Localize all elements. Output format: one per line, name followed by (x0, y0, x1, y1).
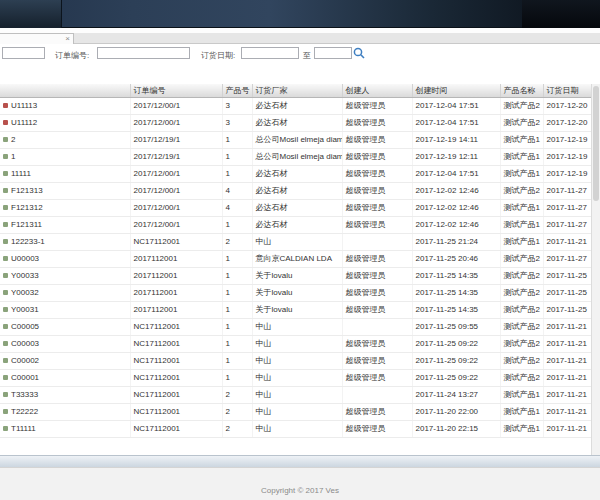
cell-created: 2017-11-25 21:24 (412, 233, 500, 250)
filter-input-first[interactable] (2, 47, 45, 59)
cell-factory: 中山 (252, 233, 342, 250)
cell-order-date: 2017-12-19 (543, 148, 591, 165)
cell-order-date: 2017-11-27 (543, 199, 591, 216)
cell-order-no: 2017112001 (130, 250, 222, 267)
cell-created: 2017-12-04 17:51 (412, 114, 500, 131)
cell-created: 2017-11-25 09:22 (412, 369, 500, 386)
cell-order-no: 2017112001 (130, 267, 222, 284)
col-header-factory[interactable]: 订货厂家 (252, 84, 342, 97)
cell-created: 2017-12-02 12:46 (412, 216, 500, 233)
col-header-product-no[interactable]: 产品号 (222, 84, 252, 97)
cell-order-date: 2017-11-27 (543, 216, 591, 233)
table-row[interactable]: F121311 2017/12/00/1 1 必达石材 超级管理员 2017-1… (0, 216, 591, 233)
cell-order-no: 2017/12/00/1 (130, 165, 222, 182)
cell-created: 2017-12-19 12:11 (412, 148, 500, 165)
row-status-icon (3, 120, 8, 125)
table-row[interactable]: F121312 2017/12/00/1 4 必达石材 超级管理员 2017-1… (0, 199, 591, 216)
cell-product-name: 测试产品2 (500, 267, 543, 284)
cell-creator: 超级管理员 (342, 335, 412, 352)
table-row[interactable]: U00003 2017112001 1 意向京CALDIAN LDA 超级管理员… (0, 250, 591, 267)
table-row[interactable]: 11111 2017/12/00/1 1 必达石材 超级管理员 2017-12-… (0, 165, 591, 182)
horizontal-scrollbar[interactable] (0, 455, 600, 467)
table-row[interactable]: C00002 NC17112001 1 中山 超级管理员 2017-11-25 … (0, 352, 591, 369)
cell-factory: 总公司Mosil elmeja diamonds fact (252, 131, 342, 148)
cell-order-no: 2017112001 (130, 284, 222, 301)
table-row[interactable]: C00005 NC17112001 1 中山 2017-11-25 09:55 … (0, 318, 591, 335)
cell-created: 2017-11-25 14:35 (412, 267, 500, 284)
row-status-icon (3, 324, 8, 329)
cell-created: 2017-12-19 14:11 (412, 131, 500, 148)
table-row[interactable]: Y00031 2017112001 1 关于lovalu 超级管理员 2017-… (0, 301, 591, 318)
row-status-icon (3, 137, 8, 142)
order-no-input[interactable] (97, 47, 190, 59)
date-to-input[interactable] (314, 47, 352, 59)
cell-order-no: NC17112001 (130, 403, 222, 420)
cell-id: 2 (0, 131, 130, 148)
row-status-icon (3, 290, 8, 295)
cell-order-date: 2017-11-27 (543, 250, 591, 267)
cell-creator: 超级管理员 (342, 97, 412, 114)
cell-factory: 中山 (252, 335, 342, 352)
cell-product-no: 1 (222, 165, 252, 182)
cell-creator: 超级管理员 (342, 284, 412, 301)
scrollbar-thumb[interactable] (593, 86, 599, 201)
cell-order-date: 2017-11-25 (543, 284, 591, 301)
cell-creator (342, 233, 412, 250)
cell-product-name: 测试产品1 (500, 165, 543, 182)
cell-product-no: 2 (222, 386, 252, 403)
cell-created: 2017-11-25 09:22 (412, 335, 500, 352)
app-root: × 订单编号: 订货日期: 至 订单编号 产品 (0, 0, 600, 500)
table-row[interactable]: T33333 NC17112001 2 中山 2017-11-24 13:27 … (0, 386, 591, 403)
row-status-icon (3, 256, 8, 261)
table-row[interactable]: C00001 NC17112001 1 中山 超级管理员 2017-11-25 … (0, 369, 591, 386)
search-button[interactable] (352, 46, 366, 60)
copyright-text: Copyright © 2017 Ves (0, 486, 600, 495)
cell-factory: 关于lovalu (252, 267, 342, 284)
table-row[interactable]: 122233-1 NC17112001 2 中山 2017-11-25 21:2… (0, 233, 591, 250)
cell-id: Y00031 (0, 301, 130, 318)
cell-order-date: 2017-12-20 (543, 97, 591, 114)
table-row[interactable]: C00003 NC17112001 1 中山 超级管理员 2017-11-25 … (0, 335, 591, 352)
cell-id: C00002 (0, 352, 130, 369)
cell-order-date: 2017-11-25 (543, 267, 591, 284)
table-row[interactable]: T11111 NC17112001 2 中山 超级管理员 2017-11-20 … (0, 420, 591, 437)
cell-factory: 必达石材 (252, 182, 342, 199)
table-row[interactable]: U11113 2017/12/00/1 3 必达石材 超级管理员 2017-12… (0, 97, 591, 114)
col-header-order-no[interactable]: 订单编号 (130, 84, 222, 97)
table-row[interactable]: T22222 NC17112001 2 中山 超级管理员 2017-11-20 … (0, 403, 591, 420)
cell-product-no: 1 (222, 131, 252, 148)
cell-id: Y00033 (0, 267, 130, 284)
cell-id: C00001 (0, 369, 130, 386)
col-header-id[interactable] (0, 84, 130, 97)
col-header-order-date[interactable]: 订货日期 (543, 84, 591, 97)
row-status-icon (3, 426, 8, 431)
table-body: U11113 2017/12/00/1 3 必达石材 超级管理员 2017-12… (0, 97, 591, 437)
row-status-icon (3, 375, 8, 380)
cell-created: 2017-11-25 09:55 (412, 318, 500, 335)
vertical-scrollbar[interactable] (591, 84, 600, 455)
cell-id: U11112 (0, 114, 130, 131)
col-header-creator[interactable]: 创建人 (342, 84, 412, 97)
cell-created: 2017-11-25 09:22 (412, 352, 500, 369)
cell-id: 11111 (0, 165, 130, 182)
order-date-label: 订货日期: (201, 50, 235, 61)
table-row[interactable]: 2 2017/12/19/1 1 总公司Mosil elmeja diamond… (0, 131, 591, 148)
table-row[interactable]: 1 2017/12/19/1 1 总公司Mosil elmeja diamond… (0, 148, 591, 165)
cell-product-name: 测试产品2 (500, 369, 543, 386)
table-row[interactable]: Y00032 2017112001 1 关于lovalu 超级管理员 2017-… (0, 284, 591, 301)
table-row[interactable]: F121313 2017/12/00/1 4 必达石材 超级管理员 2017-1… (0, 182, 591, 199)
cell-product-no: 1 (222, 369, 252, 386)
col-header-created[interactable]: 创建时间 (412, 84, 500, 97)
cell-creator (342, 386, 412, 403)
cell-order-no: 2017/12/19/1 (130, 148, 222, 165)
col-header-product-name[interactable]: 产品名称 (500, 84, 543, 97)
cell-factory: 关于lovalu (252, 301, 342, 318)
table-row[interactable]: Y00033 2017112001 1 关于lovalu 超级管理员 2017-… (0, 267, 591, 284)
cell-id: T11111 (0, 420, 130, 437)
tab-close-icon[interactable]: × (65, 35, 70, 43)
tab-order-list[interactable]: × (0, 33, 74, 44)
date-from-input[interactable] (241, 47, 299, 59)
row-status-icon (3, 103, 8, 108)
cell-factory: 中山 (252, 403, 342, 420)
table-row[interactable]: U11112 2017/12/00/1 3 必达石材 超级管理员 2017-12… (0, 114, 591, 131)
